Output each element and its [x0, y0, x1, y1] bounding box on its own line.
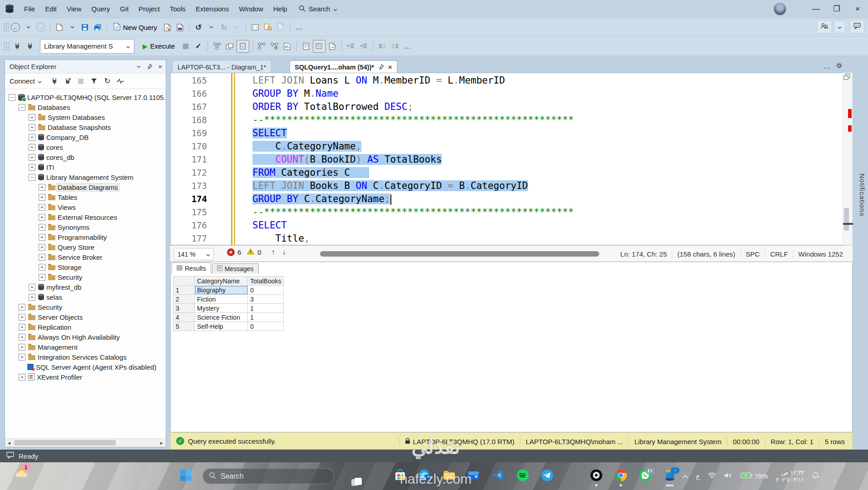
tree-item-database-diagrams[interactable]: +Database Diagrams: [5, 182, 166, 192]
results-tab-messages[interactable]: Messages: [212, 263, 259, 274]
minimize-button[interactable]: —: [805, 0, 826, 18]
results-file-icon[interactable]: [326, 40, 338, 52]
menu-git[interactable]: Git: [115, 0, 133, 18]
tree-expander[interactable]: +: [19, 314, 25, 321]
new-file-icon[interactable]: [54, 21, 65, 33]
connect-button[interactable]: Connect: [10, 77, 44, 85]
panel-close-icon[interactable]: ×: [155, 63, 166, 70]
more-icon[interactable]: …: [293, 21, 305, 33]
taskbar-icon-microsoft-store[interactable]: [393, 470, 407, 483]
grid-cell[interactable]: Science Fiction: [195, 313, 248, 322]
taskbar-icon-spotify[interactable]: [516, 470, 529, 483]
back-caret-icon[interactable]: [22, 21, 34, 33]
taskbar-icon-file-explorer[interactable]: [442, 470, 456, 483]
tree-item-management[interactable]: +Management: [5, 342, 166, 352]
grid-row-number[interactable]: 3: [173, 304, 195, 313]
menu-view[interactable]: View: [62, 0, 86, 18]
redo-icon[interactable]: ↻: [218, 21, 230, 33]
to-clipboard-icon[interactable]: [275, 21, 286, 33]
taskbar-icon-ssms[interactable]: ↑: [663, 470, 676, 483]
activity-icon[interactable]: [115, 75, 126, 87]
tree-expander[interactable]: +: [29, 154, 35, 161]
tree-expander[interactable]: +: [29, 284, 35, 291]
grid-cell[interactable]: 1: [248, 304, 284, 313]
live-stats-icon[interactable]: [281, 40, 293, 52]
grid-cell[interactable]: 0: [248, 322, 284, 331]
tree-expander[interactable]: +: [39, 194, 45, 201]
grid-column-header[interactable]: TotalBooks: [248, 277, 284, 286]
indent-dec-icon[interactable]: [345, 40, 357, 52]
grid-cell[interactable]: 3: [248, 295, 284, 304]
tree-expander[interactable]: +: [39, 274, 45, 281]
split-window-icon[interactable]: [843, 74, 850, 82]
tree-expander[interactable]: +: [39, 214, 45, 221]
results-grid-icon[interactable]: [313, 40, 326, 53]
tree-expander[interactable]: +: [29, 294, 35, 301]
menu-file[interactable]: File: [19, 0, 40, 18]
tab-diagram[interactable]: LAPTOP-6LT3... - Diagram_1*: [173, 60, 271, 73]
find-in-files-icon[interactable]: [262, 21, 274, 33]
editor-hscrollbar[interactable]: [320, 251, 599, 257]
windows-icon[interactable]: [224, 40, 236, 52]
tree-item-integration-services-catalogs[interactable]: +Integration Services Catalogs: [5, 352, 166, 362]
tree-item-replication[interactable]: +Replication: [5, 322, 166, 332]
taskbar-icon-wallet[interactable]: [467, 470, 480, 483]
tree-item-security[interactable]: +Security: [5, 302, 166, 312]
more-icon[interactable]: …: [402, 40, 414, 52]
feedback-bubble-icon[interactable]: [6, 452, 14, 460]
tree-item-programmability[interactable]: +Programmability: [5, 232, 166, 242]
zoom-select[interactable]: 141 %: [174, 248, 214, 260]
tree-item-selas[interactable]: +selas: [5, 292, 166, 302]
tree-expander[interactable]: +: [39, 264, 45, 271]
tree-item-query-store[interactable]: +Query Store: [5, 242, 166, 252]
save-all-icon[interactable]: [92, 21, 104, 33]
tree-expander[interactable]: −: [29, 174, 35, 181]
tree-expander[interactable]: +: [19, 304, 25, 311]
battery-indicator[interactable]: 79%: [740, 472, 768, 480]
tree-item-tables[interactable]: +Tables: [5, 192, 166, 202]
results-tab-results[interactable]: Results: [172, 262, 211, 274]
prev-issue-icon[interactable]: ↑: [271, 248, 275, 256]
notifications-tab[interactable]: Notifications: [858, 173, 866, 217]
wifi-icon[interactable]: [708, 472, 716, 480]
showplan-icon[interactable]: [211, 40, 223, 52]
taskbar-icon-chrome[interactable]: [614, 470, 627, 483]
filter-icon[interactable]: [89, 75, 100, 87]
tree-expander[interactable]: +: [39, 224, 45, 231]
tray-overflow-icon[interactable]: [682, 472, 688, 480]
grid-cell[interactable]: Biography: [195, 286, 248, 295]
pin-icon[interactable]: [378, 64, 384, 70]
menu-tools[interactable]: Tools: [165, 0, 191, 18]
taskbar-icon-vscode[interactable]: [491, 470, 505, 483]
tree-item-myfirest-db[interactable]: +myfirest_db: [5, 282, 166, 292]
volume-icon[interactable]: [724, 472, 733, 480]
indent-inc-icon[interactable]: [358, 40, 370, 52]
clock[interactable]: ١٢:٣٢ ص ٢٠٢٦/٠٣/١١: [776, 469, 804, 484]
start-button[interactable]: [179, 470, 192, 483]
avatar[interactable]: [774, 3, 786, 15]
tree-expander[interactable]: +: [19, 344, 25, 351]
taskbar-search[interactable]: Search: [202, 468, 334, 484]
tree-item-always-on-high-availability[interactable]: +Always On High Availability: [5, 332, 166, 342]
parse-icon[interactable]: ✓: [192, 40, 204, 52]
tree-item-library-management-system[interactable]: −Library Management System: [5, 172, 166, 182]
pane-icon[interactable]: [237, 40, 249, 53]
grid-row-number[interactable]: 2: [173, 295, 195, 304]
tree-item-synonyms[interactable]: +Synonyms: [5, 222, 166, 232]
tree-expander[interactable]: +: [29, 124, 35, 131]
pin-icon[interactable]: [144, 64, 155, 69]
editor-vscrollbar[interactable]: [843, 73, 853, 245]
menu-project[interactable]: Project: [133, 0, 165, 18]
tree-expander[interactable]: +: [29, 134, 35, 141]
object-explorer-hscrollbar[interactable]: ◄ ►: [5, 438, 166, 447]
tree-expander[interactable]: +: [29, 144, 35, 151]
tree-item-cores-db[interactable]: +cores_db: [5, 152, 166, 162]
results-text-icon[interactable]: [300, 40, 312, 52]
forward-icon[interactable]: →: [35, 21, 47, 33]
menu-query[interactable]: Query: [86, 0, 115, 18]
undo-icon[interactable]: ↺: [192, 21, 204, 33]
refresh-icon[interactable]: ↻: [102, 75, 113, 87]
dax-query-icon[interactable]: [174, 21, 186, 33]
tab-overflow-icon[interactable]: …: [823, 62, 831, 71]
menu-edit[interactable]: Edit: [40, 0, 62, 18]
